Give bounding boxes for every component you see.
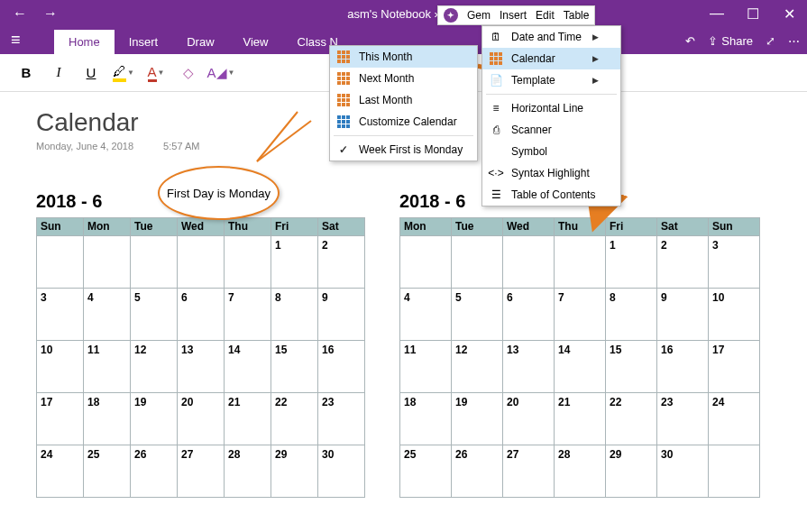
calendar-cell: 30 (318, 445, 365, 498)
calendar-cell (37, 236, 84, 289)
calendar-cell (452, 236, 503, 289)
win-maximize[interactable]: ☐ (735, 0, 771, 27)
menu-template[interactable]: 📄Template▶ (482, 69, 620, 91)
calendar-cell: 11 (400, 341, 452, 393)
calendar-header: Wed (503, 218, 555, 236)
calendar-header: Wed (178, 218, 225, 236)
calendar-cell: 28 (225, 445, 271, 498)
chevron-right-icon: ▶ (592, 54, 599, 63)
calendar-cell: 7 (225, 289, 271, 341)
page-date: Monday, June 4, 2018 (36, 141, 133, 151)
calendar-cell: 10 (37, 341, 84, 393)
calendar-cell: 4 (400, 289, 452, 341)
calendar-header: Tue (452, 218, 503, 236)
calendar-left: 2018 - 6 SunMonTueWedThuFriSat1234567891… (36, 191, 365, 498)
hline-icon: ≡ (488, 100, 504, 116)
tab-view[interactable]: View (229, 30, 283, 54)
calendar-cell (225, 236, 271, 289)
list-icon: ☰ (488, 187, 504, 203)
check-icon: ✓ (335, 142, 352, 158)
fullscreen-button[interactable]: ⤢ (766, 34, 775, 48)
calendar-cell: 24 (37, 445, 84, 498)
menu-toc[interactable]: ☰Table of Contents (482, 184, 620, 206)
calendar-cell: 22 (271, 393, 318, 445)
menu-horizontal-line[interactable]: ≡Horizontal Line (482, 97, 620, 119)
calendar-cell: 8 (271, 289, 318, 341)
calendar-cell (709, 445, 760, 498)
calendar-cell: 5 (131, 289, 178, 341)
calendar-cell: 2 (657, 236, 709, 289)
menu-symbol[interactable]: Symbol (482, 141, 620, 162)
calendar-cell: 3 (709, 236, 760, 289)
font-color-button[interactable]: A▼ (146, 63, 166, 83)
calendar-right: 2018 - 6 MonTueWedThuFriSatSun1234567891… (399, 191, 760, 498)
calendar-header: Fri (606, 218, 657, 236)
calendar-cell: 16 (318, 341, 365, 393)
calendar-cell: 26 (131, 445, 178, 498)
calendar-cell (503, 236, 555, 289)
bold-button[interactable]: B (16, 63, 36, 83)
tab-home[interactable]: Home (54, 30, 115, 54)
calendar-cell: 24 (709, 393, 760, 445)
calendar-cell: 25 (84, 445, 131, 498)
calendar-cell: 14 (555, 341, 606, 393)
menu-date-time[interactable]: 🗓Date and Time▶ (482, 26, 620, 48)
more-button[interactable]: ⋯ (788, 34, 800, 48)
calendar-cell: 23 (318, 393, 365, 445)
tab-draw[interactable]: Draw (172, 30, 228, 54)
gem-menu-edit[interactable]: Edit (536, 9, 555, 22)
template-icon: 📄 (488, 72, 504, 88)
calendar-cell: 13 (503, 341, 555, 393)
calendar-cell: 27 (503, 445, 555, 498)
menu-syntax-highlight[interactable]: <·>Syntax Highlight (482, 162, 620, 184)
calendar-cell: 19 (452, 393, 503, 445)
gem-menu-gem[interactable]: Gem (467, 9, 491, 22)
win-minimize[interactable]: — (699, 0, 735, 27)
calendar-cell: 30 (657, 445, 709, 498)
gem-menu-insert[interactable]: Insert (500, 9, 527, 22)
highlight-button[interactable]: 🖊▼ (114, 63, 133, 83)
menu-this-month[interactable]: This Month (330, 46, 477, 68)
calendar-submenu: This Month Next Month Last Month Customi… (329, 45, 478, 161)
calendar-cell: 18 (84, 393, 131, 445)
calendar-left-table: SunMonTueWedThuFriSat1234567891011121314… (36, 217, 365, 498)
menu-last-month[interactable]: Last Month (330, 89, 477, 111)
underline-button[interactable]: U (81, 63, 101, 83)
calendar-cell: 4 (84, 289, 131, 341)
menu-customize-calendar[interactable]: Customize Calendar (330, 111, 477, 133)
calendar-cell: 21 (225, 393, 271, 445)
share-button[interactable]: ⇪Share (708, 34, 753, 48)
calendar-cell: 29 (606, 445, 657, 498)
tab-insert[interactable]: Insert (115, 30, 173, 54)
nav-back[interactable]: ← (7, 3, 32, 24)
clear-format-button[interactable]: ◇ (179, 63, 198, 83)
calendar-cell (400, 236, 452, 289)
calendar-cell: 9 (318, 289, 365, 341)
styles-button[interactable]: A◢▼ (211, 63, 231, 83)
calendar-cell: 12 (131, 341, 178, 393)
calendar-cell: 1 (606, 236, 657, 289)
calendar-cell: 29 (271, 445, 318, 498)
calendar-right-table: MonTueWedThuFriSatSun1234567891011121314… (399, 217, 760, 498)
calendar-cell: 17 (709, 341, 760, 393)
calendar-cell: 15 (271, 341, 318, 393)
menu-next-month[interactable]: Next Month (330, 68, 477, 89)
menu-calendar[interactable]: Calendar▶ (482, 48, 620, 69)
nav-forward[interactable]: → (38, 3, 63, 24)
win-close[interactable]: ✕ (771, 0, 807, 27)
menu-week-first-monday[interactable]: ✓Week First is Monday (330, 139, 477, 161)
calendar-cell: 14 (225, 341, 271, 393)
hamburger-icon[interactable]: ≡ (11, 31, 21, 50)
calendar-cell: 15 (606, 341, 657, 393)
menu-scanner[interactable]: ⎙Scanner (482, 119, 620, 141)
calendar-cell: 6 (503, 289, 555, 341)
calendar-header: Thu (555, 218, 606, 236)
gem-icon: ✦ (444, 8, 458, 23)
calendar-cell: 6 (178, 289, 225, 341)
undo-button[interactable]: ↶ (685, 34, 695, 48)
gem-menu-table[interactable]: Table (564, 9, 590, 22)
calendar-cell: 5 (452, 289, 503, 341)
calendar-cell: 8 (606, 289, 657, 341)
italic-button[interactable]: I (49, 63, 69, 83)
calendar-header: Sun (37, 218, 84, 236)
